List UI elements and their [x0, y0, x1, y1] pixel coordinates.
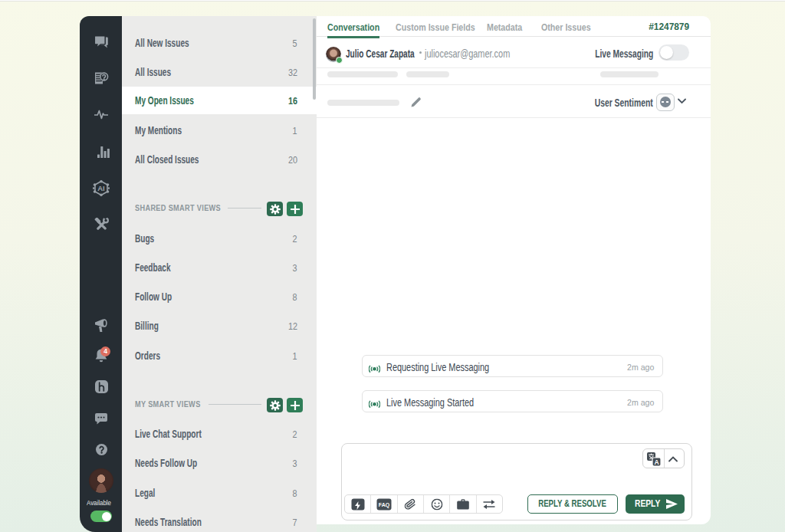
svg-text:A: A — [654, 458, 659, 466]
svg-text:AI: AI — [97, 184, 105, 192]
